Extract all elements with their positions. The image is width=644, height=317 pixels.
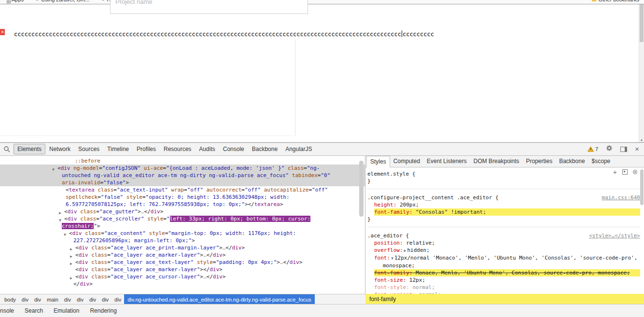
sidebar-tab-event-listeners[interactable]: Event Listeners [423,156,470,167]
tab-audits[interactable]: Audits [195,144,219,154]
tab-console[interactable]: Console [219,144,248,154]
tab-sources[interactable]: Sources [74,144,103,154]
sidebar-tab-properties[interactable]: Properties [522,156,556,167]
property-value: normal; [412,284,434,290]
stylesheet-link[interactable]: <style>…</style> [589,232,640,239]
css-declaration[interactable]: font-style: normal; [374,284,640,291]
drawer-tab-emulation[interactable]: Emulation [48,307,84,314]
breadcrumb-crumb[interactable]: div [112,297,124,303]
dom-tree-row[interactable]: 6.59772705078125px; left: 762.7499755859… [0,201,365,208]
tab-network[interactable]: Network [45,144,74,154]
closing-brace: } [367,216,640,223]
syntax-token: = [184,187,187,193]
css-selector[interactable]: .configure-project__content .ace_editor … [367,194,499,201]
tab-resources[interactable]: Resources [160,144,195,154]
collapse-arrow-icon[interactable]: ▼ [390,256,394,261]
scroll-down-arrow-icon[interactable]: ▼ [639,139,644,142]
other-bookmarks[interactable]: Other bookmarks [592,0,639,3]
dom-tree-row[interactable]: ::before [0,157,365,165]
breadcrumb-crumb[interactable]: div [86,297,99,303]
dom-tree-row[interactable]: spellcheck="false" style="opacity: 0; he… [0,193,365,201]
tab-profiles[interactable]: Profiles [133,144,160,154]
breadcrumb-crumb[interactable]: main [44,297,61,303]
settings-gear-icon[interactable] [606,145,613,153]
css-declaration[interactable]: position: relative; [374,239,640,247]
bookmark-item[interactable]: Apps [7,0,24,3]
css-declaration[interactable]: font-family: "Consolas" !important; [374,208,640,216]
dom-tree-row[interactable]: ▶<div class="ace_gutter">…</div> [0,208,365,215]
page-scrollbar[interactable]: ▼ [639,4,644,142]
drawer-tab-search[interactable]: Search [19,307,48,314]
dom-tree-row[interactable]: ▼<div class="ace_scroller" style="left: … [0,215,365,222]
breadcrumb-crumb[interactable]: div [19,297,31,303]
styles-scrollbar-thumb[interactable] [640,169,644,205]
inspect-element-button[interactable] [0,144,14,154]
devtools-toolbar-right: 7 × [588,145,644,153]
syntax-token: div [210,266,219,273]
stylesheet-link[interactable]: main.css:640 [602,194,640,201]
dom-tree-row[interactable]: <div class="ace_layer ace_marker-layer">… [0,266,365,273]
css-declaration[interactable]: font-family: Monaco, Menlo, 'Ubuntu Mono… [374,269,640,276]
dom-tree-row[interactable]: aria-invalid="false"> [0,179,365,186]
css-declaration[interactable]: font-size: 12px; [374,276,640,284]
dom-tree-row[interactable]: <textarea class="ace_text-input" wrap="o… [0,186,365,193]
sidebar-tab-backbone[interactable]: Backbone [556,156,588,167]
dom-tree-row[interactable]: ▶<div class="ace_layer ace_print-margin-… [0,244,365,251]
sidebar-tab-styles[interactable]: Styles [366,156,390,167]
sidebar-tab--scope[interactable]: $scope [588,156,614,167]
declaration-text: font-style: normal; [374,284,435,290]
sidebar-tab-computed[interactable]: Computed [390,156,423,167]
breadcrumb-crumb[interactable]: div [61,297,74,303]
syntax-token: div [213,252,223,258]
syntax-token: class [288,165,304,171]
css-declaration[interactable]: height: 200px; [374,201,640,208]
dom-tree-row[interactable]: ▼<div class="ace_content" style="margin-… [0,230,365,237]
syntax-token: = [99,165,102,171]
dom-tree-row[interactable]: crosshair;"> [0,222,365,230]
dom-tree-row[interactable]: untouched ng-valid ace_editor ace-tm ng-… [0,172,365,179]
tab-elements[interactable]: Elements [14,144,45,154]
console-warning-badge[interactable]: 7 [588,146,598,152]
syntax-token [194,259,197,265]
project-name-input[interactable]: Project name [110,0,308,14]
css-selector[interactable]: element.style { [367,171,415,177]
tab-angularjs[interactable]: AngularJS [281,144,316,154]
declaration-text: font:▼12px/normal 'Monaco', 'Menlo', 'Ub… [374,255,637,269]
syntax-token: = [96,216,99,222]
css-declaration[interactable]: font:▼12px/normal 'Monaco', 'Menlo', 'Ub… [374,254,640,269]
css-selector[interactable]: .ace_editor { [367,233,409,239]
bookmark-item[interactable]: ★Using Laravel, Gm... [35,0,89,3]
breadcrumb-crumb[interactable]: div [99,297,112,303]
close-devtools-icon[interactable]: × [635,146,639,152]
drawer-tab-rendering[interactable]: Rendering [84,307,122,314]
dom-tree-row[interactable]: ▼<div ng-model="configJSON" ui-ace="{onL… [0,165,365,172]
breadcrumb-crumb[interactable]: div [74,297,86,303]
syntax-token [146,230,149,236]
dom-tree-row[interactable]: ▶<div class="ace_layer ace_cursor-layer"… [0,273,365,280]
sidebar-tab-dom-breakpoints[interactable]: DOM Breakpoints [470,156,523,167]
page-scrollbar-thumb[interactable] [640,4,644,42]
editor-text-line[interactable]: cccccccccccccccccccccccccccccccccccccccc… [14,30,434,38]
dom-tree-row[interactable]: ▶<div class="ace_layer ace_text-layer" s… [0,259,365,266]
css-declaration[interactable]: overflow:▶hidden; [374,247,640,254]
dock-side-icon[interactable] [620,147,627,152]
property-name: overflow: [374,247,403,253]
rule-header: element.style { [367,170,640,178]
drawer-tab-console[interactable]: Console [0,307,19,314]
dom-tree-row[interactable]: 227.27272605896px; margin-left: 0px;"> [0,237,365,244]
breadcrumb-crumb[interactable]: div [31,297,44,303]
target-icon[interactable] [633,170,637,174]
styles-filter[interactable]: font-family [365,294,644,304]
syntax-token: < [75,259,79,265]
tab-timeline[interactable]: Timeline [103,144,133,154]
property-value: Monaco, Menlo, 'Ubuntu Mono', Consolas, … [416,270,630,276]
breadcrumb-crumb[interactable]: body [1,297,19,303]
toggle-element-state-icon[interactable] [622,169,628,175]
syntax-token: div [68,216,77,222]
new-style-rule-icon[interactable]: + [613,170,617,175]
breadcrumb-crumb-selected[interactable]: div.ng-untouched.ng-valid.ace_editor.ace… [124,294,315,304]
elements-scrollbar-thumb[interactable] [359,161,364,217]
dom-tree-row[interactable]: ▶<div class="ace_layer ace_marker-layer"… [0,251,365,259]
dom-tree-row[interactable]: </div> [0,280,365,288]
tab-backbone[interactable]: Backbone [248,144,281,154]
